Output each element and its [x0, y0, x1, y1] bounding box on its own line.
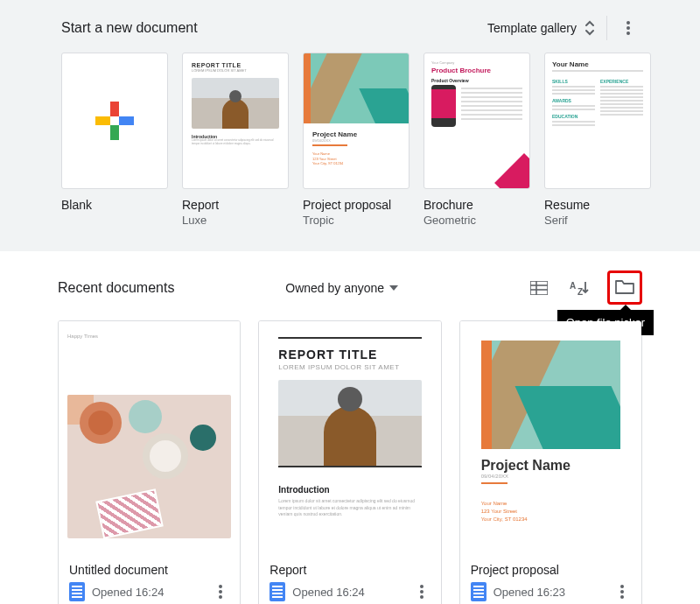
document-opened: Opened 16:23	[494, 586, 565, 599]
document-opened: Opened 16:24	[292, 586, 364, 599]
document-more-button[interactable]	[413, 583, 430, 600]
template-name: Blank	[61, 198, 168, 212]
template-resume[interactable]: Your Name SKILLS AWARDS EDUCATION EXPERI…	[544, 53, 651, 227]
svg-point-10	[219, 590, 222, 593]
svg-point-11	[219, 595, 222, 599]
more-vert-icon	[219, 585, 222, 599]
plus-icon	[95, 102, 134, 140]
document-card[interactable]: Project Name 09/04/20XX Your Name123 You…	[459, 320, 642, 604]
recent-documents-section: Recent documents Owned by anyone AZ Open…	[0, 251, 700, 604]
document-title: Report	[270, 563, 430, 577]
template-report[interactable]: REPORT TITLE LOREM IPSUM DOLOR SIT AMET …	[182, 53, 289, 227]
template-name: Resume	[544, 198, 651, 212]
docs-file-icon	[69, 582, 85, 601]
document-title: Untitled document	[69, 563, 229, 577]
document-more-button[interactable]	[613, 583, 631, 600]
document-grid: Happy Times Untitled document Opened 16:…	[58, 320, 642, 604]
list-icon	[530, 281, 548, 295]
svg-point-9	[219, 585, 222, 588]
more-vert-icon	[420, 585, 424, 599]
ownership-filter[interactable]: Owned by anyone	[285, 281, 398, 295]
template-gallery-label: Template gallery	[487, 21, 577, 35]
svg-point-2	[626, 32, 630, 35]
document-card[interactable]: Happy Times Untitled document Opened 16:…	[58, 320, 241, 604]
template-brochure[interactable]: Your Company Product Brochure Product Ov…	[424, 53, 530, 227]
document-opened: Opened 16:24	[92, 586, 164, 599]
template-more-button[interactable]	[618, 18, 639, 39]
divider	[606, 16, 607, 40]
svg-point-1	[626, 26, 630, 30]
ownership-filter-label: Owned by anyone	[285, 281, 384, 295]
template-subname: Tropic	[303, 214, 410, 227]
start-new-doc-label: Start a new document	[61, 20, 198, 36]
folder-icon	[615, 278, 634, 294]
unfold-icon	[584, 20, 596, 36]
template-blank-thumb	[61, 53, 168, 189]
document-card[interactable]: REPORT TITLE LOREM IPSUM DOLOR SIT AMET …	[258, 320, 441, 604]
document-thumb: REPORT TITLE LOREM IPSUM DOLOR SIT AMET …	[259, 321, 440, 552]
more-vert-icon	[626, 21, 630, 35]
template-subname: Geometric	[424, 214, 530, 227]
template-subname: Luxe	[182, 214, 289, 227]
list-view-button[interactable]	[527, 276, 551, 300]
template-name: Report	[182, 198, 289, 212]
svg-point-13	[420, 590, 424, 593]
recent-header: Recent documents Owned by anyone AZ Open…	[58, 270, 642, 305]
docs-file-icon	[471, 582, 486, 601]
open-file-picker-button[interactable]: Open file picker	[607, 270, 642, 305]
template-gallery-section: Start a new document Template gallery Bl…	[0, 0, 700, 251]
template-report-thumb: REPORT TITLE LOREM IPSUM DOLOR SIT AMET …	[182, 53, 289, 189]
template-name: Brochure	[424, 198, 530, 212]
svg-text:Z: Z	[578, 287, 583, 296]
svg-point-17	[620, 595, 624, 599]
template-subname: Serif	[544, 214, 651, 227]
template-header-actions: Template gallery	[487, 16, 639, 40]
recent-title: Recent documents	[58, 280, 174, 296]
document-more-button[interactable]	[212, 583, 229, 600]
svg-point-0	[626, 21, 630, 25]
docs-file-icon	[270, 582, 285, 601]
template-blank[interactable]: Blank	[61, 53, 168, 227]
template-brochure-thumb: Your Company Product Brochure Product Ov…	[424, 53, 530, 189]
svg-point-12	[420, 585, 424, 588]
document-thumb: Project Name 09/04/20XX Your Name123 You…	[460, 321, 641, 552]
more-vert-icon	[620, 585, 624, 599]
svg-point-14	[420, 595, 424, 599]
template-gallery-button[interactable]: Template gallery	[487, 20, 596, 36]
svg-text:A: A	[570, 281, 576, 291]
svg-point-15	[620, 585, 624, 588]
dropdown-icon	[389, 285, 398, 291]
template-project-proposal[interactable]: Project Name 09/04/20XX Your Name123 You…	[303, 53, 410, 227]
svg-rect-3	[530, 281, 548, 295]
document-title: Project proposal	[471, 563, 631, 577]
template-name: Project proposal	[303, 198, 410, 212]
template-header: Start a new document Template gallery	[61, 16, 639, 40]
sort-az-icon: AZ	[570, 280, 589, 296]
template-resume-thumb: Your Name SKILLS AWARDS EDUCATION EXPERI…	[544, 53, 651, 189]
sort-button[interactable]: AZ	[567, 276, 592, 300]
recent-view-controls: AZ Open file picker	[527, 270, 642, 305]
document-thumb: Happy Times	[59, 321, 240, 552]
svg-point-16	[620, 590, 624, 593]
template-row: Blank REPORT TITLE LOREM IPSUM DOLOR SIT…	[61, 53, 639, 227]
template-proposal-thumb: Project Name 09/04/20XX Your Name123 You…	[303, 53, 410, 189]
